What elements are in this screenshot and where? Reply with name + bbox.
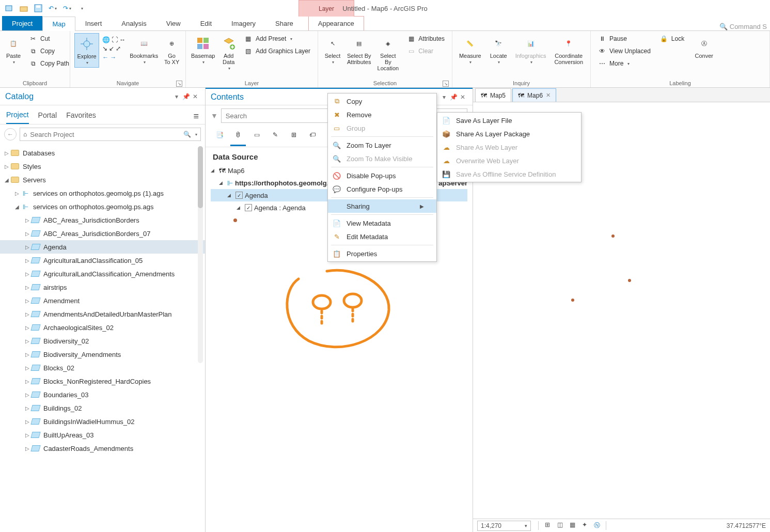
tree-layer-item[interactable]: ▷Biodiversity_02 xyxy=(0,334,205,348)
tree-layer-item[interactable]: ▷BuiltUpAreas_03 xyxy=(0,428,205,442)
cut-button[interactable]: ✂Cut xyxy=(26,33,72,44)
scale-selector[interactable]: 1:4,270▾ xyxy=(477,521,531,531)
ctx-properties[interactable]: 📋Properties xyxy=(328,247,436,260)
share-save-layer-file[interactable]: 📄Save As Layer File xyxy=(437,114,581,127)
tree-layer-item[interactable]: ▷Blocks_NonRegistered_HardCopies xyxy=(0,374,205,388)
tree-node-databases[interactable]: ▷Databases xyxy=(0,146,205,160)
share�-web-layer[interactable]: ☁Share As Web Layer xyxy=(437,140,581,154)
share-overwrite-web[interactable]: ☁Overwrite Web Layer xyxy=(437,154,581,167)
tree-layer-item[interactable]: ▷Blocks_02 xyxy=(0,361,205,374)
navigate-launcher-icon[interactable]: ↘ xyxy=(176,81,182,87)
list-data-source-icon[interactable]: 🛢 xyxy=(231,128,245,142)
list-selection-icon[interactable]: ▭ xyxy=(250,128,263,142)
clear-selection-button[interactable]: ▭Clear xyxy=(404,45,448,57)
layer-visibility-checkbox[interactable]: ✓ xyxy=(245,204,252,211)
locate-button[interactable]: 🔭Locate▾ xyxy=(487,33,510,67)
tree-node-service-1[interactable]: ▷⊩services on orthophotos.geomolg.ps (1)… xyxy=(0,186,205,200)
infographics-button[interactable]: 📊Infographics▾ xyxy=(513,33,548,67)
ctx-copy[interactable]: ⧉Copy xyxy=(328,95,436,108)
add-preset-button[interactable]: ▦Add Preset▾ xyxy=(241,33,313,44)
tab-view[interactable]: View xyxy=(156,16,191,30)
share-layer-package[interactable]: 📦Share As Layer Package xyxy=(437,127,581,140)
view-unplaced-button[interactable]: 👁View Unplaced xyxy=(595,45,654,57)
filter-icon[interactable]: ▼ xyxy=(211,112,218,120)
tab-insert[interactable]: Insert xyxy=(75,16,112,30)
tree-layer-item[interactable]: ▷airstrips xyxy=(0,280,205,294)
close-tab-icon[interactable]: ✕ xyxy=(546,92,551,99)
map-tab-map5[interactable]: 🗺Map5 xyxy=(475,88,511,102)
tree-layer-item[interactable]: ▷CadasterRoads_Amendments xyxy=(0,442,205,455)
tree-layer-item[interactable]: ▷ArchaeologicalSites_02 xyxy=(0,321,205,334)
tree-layer-item[interactable]: ▷Buildings_02 xyxy=(0,401,205,415)
attributes-button[interactable]: ▦Attributes xyxy=(404,33,448,44)
pane-autohide-icon[interactable]: 📌 xyxy=(449,93,458,101)
lock-labeling-button[interactable]: 🔒Lock xyxy=(657,33,687,44)
tab-project[interactable]: Project xyxy=(2,16,42,30)
ctx-configure-popups[interactable]: 💬Configure Pop-ups xyxy=(328,182,436,196)
list-snapping-icon[interactable]: ⊞ xyxy=(287,128,301,142)
tree-node-servers[interactable]: ◢Servers xyxy=(0,173,205,186)
catalog-search-input[interactable]: ⌂ 🔍▾ xyxy=(20,128,201,141)
ctx-disable-popups[interactable]: 🚫Disable Pop-ups xyxy=(328,169,436,182)
ctx-group[interactable]: ▭Group xyxy=(328,121,436,135)
sb-snapping-icon[interactable]: ⊞ xyxy=(543,521,552,530)
list-drawing-order-icon[interactable]: 📑 xyxy=(213,128,226,142)
pane-close-icon[interactable]: ✕ xyxy=(191,93,200,100)
tab-edit[interactable]: Edit xyxy=(191,16,222,30)
ctx-view-metadata[interactable]: 📄View Metadata xyxy=(328,216,436,230)
catalog-tab-favorites[interactable]: Favorites xyxy=(66,109,96,123)
tab-analysis[interactable]: Analysis xyxy=(112,16,156,30)
tree-layer-item[interactable]: ▷AgriculturalLandClassification_05 xyxy=(0,254,205,267)
command-search[interactable]: 🔍 Command S xyxy=(719,23,767,30)
share-offline-definition[interactable]: 💾Save As Offline Service Definition xyxy=(437,167,581,181)
map-tab-map6[interactable]: 🗺Map6✕ xyxy=(512,88,556,102)
select-by-attributes-button[interactable]: ▤ Select By Attributes xyxy=(346,33,372,67)
coord-conversion-button[interactable]: 📍Coordinate Conversion xyxy=(551,33,586,67)
selection-launcher-icon[interactable]: ↘ xyxy=(443,81,449,87)
nav-tool-grid[interactable]: 🌐⛶↔ ↘↙⤢ ←→ xyxy=(102,33,125,61)
add-graphics-button[interactable]: ▧Add Graphics Layer xyxy=(241,45,313,57)
explore-button[interactable]: Explore▾ xyxy=(74,33,99,68)
ctx-sharing[interactable]: Sharing▶ xyxy=(328,199,436,213)
catalog-tab-project[interactable]: Project xyxy=(6,108,29,124)
ctx-zoom-layer[interactable]: 🔍Zoom To Layer xyxy=(328,138,436,152)
tree-layer-item[interactable]: ▷Amendment xyxy=(0,294,205,307)
tree-layer-item[interactable]: ▷Boundaries_03 xyxy=(0,388,205,401)
catalog-back-button[interactable]: ← xyxy=(4,128,17,140)
tree-layer-item[interactable]: ▷ABC_Areas_JurisdictionBorders_07 xyxy=(0,227,205,240)
tree-layer-item[interactable]: ▷BuildingsInWadielHummus_02 xyxy=(0,415,205,428)
tab-share[interactable]: Share xyxy=(265,16,303,30)
ctx-zoom-visible[interactable]: 🔍Zoom To Make Visible xyxy=(328,152,436,165)
catalog-menu-icon[interactable]: ≡ xyxy=(193,111,199,122)
pane-options-icon[interactable]: ▾ xyxy=(439,93,449,101)
qat-undo-icon[interactable]: ↶▾ xyxy=(46,2,59,14)
tab-map[interactable]: Map xyxy=(42,17,75,31)
ctx-remove[interactable]: ✖Remove xyxy=(328,108,436,121)
qat-customize-icon[interactable]: ▾ xyxy=(75,2,88,14)
basemap-button[interactable]: Basemap▾ xyxy=(190,33,216,67)
goto-xy-button[interactable]: ⊕ Go To XY xyxy=(162,33,181,67)
sb-dynamic-icon[interactable]: Ⓝ xyxy=(592,521,602,530)
copy-button[interactable]: ⧉Copy xyxy=(26,45,72,57)
pane-options-icon[interactable]: ▾ xyxy=(172,93,181,100)
bookmarks-button[interactable]: 📖 Bookmarks▾ xyxy=(129,33,159,67)
ctx-edit-metadata[interactable]: ✎Edit Metadata xyxy=(328,230,436,243)
list-labeling-icon[interactable]: 🏷 xyxy=(306,128,319,142)
tree-layer-item[interactable]: ▷ABC_Areas_JurisdictionBorders xyxy=(0,213,205,227)
select-by-location-button[interactable]: ◈ Select By Location xyxy=(375,33,401,73)
tree-layer-item[interactable]: ▷AmendmentsAndDetailedUrbanMasterPlan xyxy=(0,307,205,321)
pane-autohide-icon[interactable]: 📌 xyxy=(181,93,191,100)
tree-layer-item[interactable]: ▷Agenda xyxy=(0,240,205,254)
qat-new-icon[interactable] xyxy=(3,2,15,14)
pause-labeling-button[interactable]: ⏸Pause xyxy=(595,33,654,44)
pane-close-icon[interactable]: ✕ xyxy=(458,93,467,101)
more-labeling-button[interactable]: ⋯More▾ xyxy=(595,58,654,69)
catalog-scrollbar[interactable] xyxy=(198,146,203,363)
sb-corrections-icon[interactable]: ✦ xyxy=(580,521,589,530)
list-editing-icon[interactable]: ✎ xyxy=(269,128,282,142)
tree-node-service-2[interactable]: ◢⊩services on orthophotos.geomolg.ps.ags xyxy=(0,200,205,213)
sb-constraints-icon[interactable]: ◫ xyxy=(555,521,564,530)
select-button[interactable]: ↖ Select▾ xyxy=(322,33,343,67)
catalog-tab-portal[interactable]: Portal xyxy=(38,109,57,123)
layer-visibility-checkbox[interactable]: ✓ xyxy=(235,192,243,199)
